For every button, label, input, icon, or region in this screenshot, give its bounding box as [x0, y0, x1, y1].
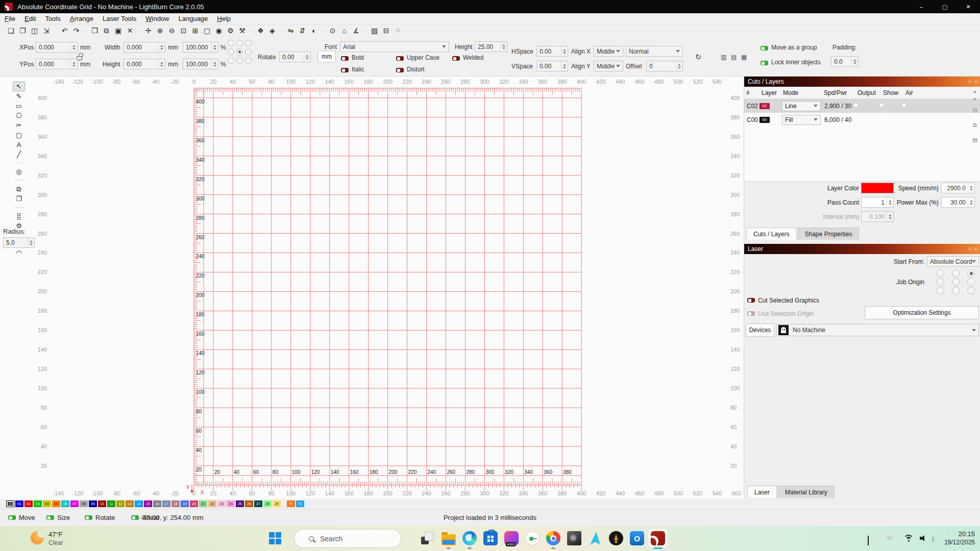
- frame-selection-icon[interactable]: ▧: [369, 26, 380, 36]
- job-origin-bottom-left[interactable]: [937, 287, 944, 294]
- bold-toggle[interactable]: [341, 56, 349, 61]
- anchor-top-center[interactable]: [236, 40, 243, 46]
- use-selection-origin-toggle[interactable]: [747, 311, 755, 316]
- edge-app-icon[interactable]: [461, 530, 478, 546]
- home-laser-icon[interactable]: ⌂: [338, 26, 350, 36]
- zoom-page-icon[interactable]: ⊞: [189, 26, 201, 36]
- palette-swatch-T1[interactable]: T1: [287, 500, 295, 507]
- device-settings-icon[interactable]: ⚒: [236, 26, 248, 36]
- palette-swatch-10[interactable]: 10: [98, 500, 106, 507]
- edit-nodes-tool[interactable]: ✂: [13, 120, 25, 130]
- palette-swatch-12[interactable]: 12: [116, 500, 125, 507]
- scale-height-spinner[interactable]: [211, 59, 218, 69]
- optimization-settings-button[interactable]: Optimization Settings: [865, 306, 979, 319]
- palette-swatch-11[interactable]: 11: [107, 500, 115, 507]
- palette-swatch-02[interactable]: 02: [24, 500, 33, 507]
- xpos-spinner[interactable]: [70, 42, 77, 52]
- boolean-difference-tool[interactable]: ❐: [13, 194, 25, 204]
- passkeys-app-icon[interactable]: [524, 530, 541, 546]
- anchor-bottom-center[interactable]: [236, 57, 243, 64]
- lock-inner-objects-toggle[interactable]: [761, 61, 768, 65]
- save-file-icon[interactable]: ◫: [29, 26, 40, 36]
- vspace-spinner[interactable]: [561, 61, 568, 71]
- radius-spinner[interactable]: [28, 238, 34, 247]
- hspace-input[interactable]: 0.00: [536, 46, 568, 57]
- layer-list-scrollbar[interactable]: ▲▼⊟⧉▤: [970, 88, 979, 182]
- scroll-up-button[interactable]: ▲: [973, 89, 977, 94]
- ypos-spinner[interactable]: [70, 59, 77, 69]
- uppercase-toggle[interactable]: [396, 56, 404, 61]
- open-file-icon[interactable]: ❐: [17, 26, 29, 36]
- anchor-center[interactable]: [236, 48, 243, 55]
- move-as-group-toggle[interactable]: [761, 46, 768, 51]
- palette-swatch-29[interactable]: 29: [273, 500, 281, 507]
- job-origin-middle-right[interactable]: [967, 278, 975, 286]
- anchor-point-selector[interactable]: [228, 40, 253, 65]
- palette-swatch-06[interactable]: 06: [61, 500, 69, 507]
- palette-swatch-07[interactable]: 07: [70, 500, 79, 507]
- zoom-out-icon[interactable]: ⊖: [166, 26, 178, 36]
- paste-icon[interactable]: ▣: [112, 26, 124, 36]
- palette-swatch-21[interactable]: 21: [199, 500, 207, 507]
- menu-arrange[interactable]: Arrange: [65, 13, 98, 24]
- dock-windows-icon[interactable]: ⊟: [380, 26, 392, 36]
- text-offset-input[interactable]: 0: [646, 61, 683, 71]
- flip-horizontal-icon[interactable]: ⇋: [285, 26, 297, 36]
- taskbar-search[interactable]: Search: [294, 529, 401, 548]
- job-origin-center[interactable]: [952, 278, 960, 286]
- interval-spinner[interactable]: [887, 212, 893, 221]
- text-style-select[interactable]: Normal: [626, 46, 683, 57]
- polygon-tool[interactable]: ⎔: [13, 111, 25, 120]
- palette-swatch-27[interactable]: 27: [254, 500, 262, 507]
- edit-text-tool[interactable]: ▢: [13, 130, 25, 140]
- position-laser-icon[interactable]: ⊙: [327, 26, 338, 36]
- new-file-icon[interactable]: ❏: [5, 26, 17, 36]
- lightburn-app-icon[interactable]: [650, 530, 666, 546]
- layer-mode-select[interactable]: Line: [782, 101, 821, 111]
- tab-cuts-layers[interactable]: Cuts / Layers: [746, 228, 797, 240]
- shear-mode-toggle[interactable]: [131, 515, 139, 520]
- palette-swatch-13[interactable]: 13: [126, 500, 134, 507]
- close-button[interactable]: ✕: [957, 0, 980, 13]
- tab-shape-properties[interactable]: Shape Properties: [798, 228, 860, 240]
- laser-panel-header[interactable]: Laser: [744, 244, 980, 254]
- weather-temperature[interactable]: 47°F: [48, 531, 63, 538]
- palette-swatch-08[interactable]: 08: [80, 500, 88, 507]
- menu-tools[interactable]: Tools: [40, 13, 65, 24]
- tab-material-library[interactable]: Material Library: [778, 486, 835, 498]
- palette-swatch-26[interactable]: 26: [245, 500, 253, 507]
- palette-swatch-15[interactable]: 15: [144, 500, 152, 507]
- padding-input[interactable]: 0.0: [831, 56, 859, 67]
- vspace-input[interactable]: 0.00: [536, 61, 568, 71]
- interval-input[interactable]: 0.100: [861, 211, 894, 222]
- devices-button[interactable]: Devices: [746, 323, 774, 337]
- trace-image-icon[interactable]: ◉: [213, 26, 225, 36]
- chrome-app-icon[interactable]: [545, 530, 561, 546]
- anchor-middle-left[interactable]: [228, 48, 234, 55]
- power-max-spinner[interactable]: [968, 197, 974, 207]
- duplicate-icon[interactable]: ⧉: [101, 26, 112, 36]
- menu-file[interactable]: File: [0, 13, 20, 24]
- palette-swatch-24[interactable]: 24: [227, 500, 235, 507]
- rocket-app-app-icon[interactable]: [608, 530, 624, 546]
- units-button[interactable]: mm: [317, 51, 336, 63]
- windows-start-button[interactable]: [269, 532, 282, 545]
- anchor-bottom-right[interactable]: [245, 57, 252, 64]
- tray-chevron-icon[interactable]: [868, 537, 869, 546]
- mirror-icon[interactable]: ◐: [308, 26, 320, 36]
- device-select[interactable]: No Machine: [776, 324, 979, 336]
- palette-swatch-04[interactable]: 04: [43, 500, 51, 507]
- taskbar-clock[interactable]: 20:15 19/12/2025: [944, 530, 975, 547]
- rotate-spinner[interactable]: [304, 52, 310, 62]
- select-tool[interactable]: ↖: [13, 82, 25, 91]
- delete-layer-button[interactable]: ⊟: [972, 107, 977, 114]
- weather-moon-icon[interactable]: [31, 531, 44, 544]
- height-input[interactable]: 0.000: [124, 59, 165, 69]
- draw-lines-tool[interactable]: ✎: [13, 91, 25, 101]
- flip-vertical-icon[interactable]: ⇵: [297, 26, 308, 36]
- xpos-input[interactable]: 0.000: [36, 42, 78, 53]
- speed-input[interactable]: 2900.0: [941, 183, 975, 193]
- palette-swatch-20[interactable]: 20: [190, 500, 198, 507]
- scale-height-input[interactable]: 100.000: [183, 59, 218, 69]
- palette-swatch-19[interactable]: 19: [181, 500, 189, 507]
